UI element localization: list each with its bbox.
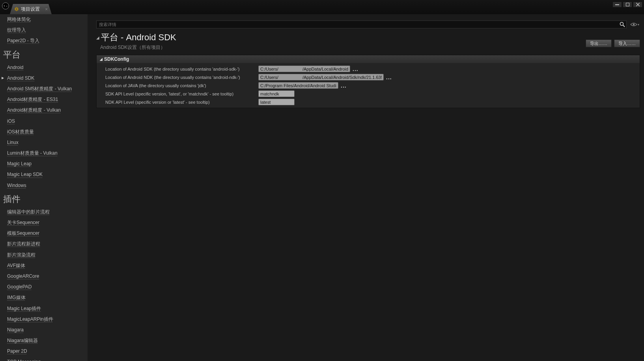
- sidebar-item[interactable]: GoogleARCore: [0, 271, 88, 282]
- sidebar-item[interactable]: Niagara编辑器: [0, 335, 88, 346]
- sidebar-item[interactable]: 编辑器中的影片流程: [0, 207, 88, 217]
- sidebar-item[interactable]: Android SDK: [0, 73, 88, 84]
- tab-project-settings[interactable]: 项目设置 ×: [10, 4, 52, 14]
- property-label: Location of JAVA (the directory usually …: [97, 83, 258, 88]
- sidebar-item[interactable]: GooglePAD: [0, 282, 88, 292]
- sidebar-item[interactable]: iOS材质质量: [0, 127, 88, 137]
- property-label: SDK API Level (specific version, 'latest…: [97, 92, 258, 96]
- window-controls: [612, 2, 642, 7]
- sidebar-item[interactable]: TCP Messaging: [0, 357, 88, 361]
- property-row: Location of Android NDK (the directory u…: [97, 73, 640, 81]
- sdkconfig-panel: ◢ SDKConfig Location of Android SDK (the…: [96, 55, 640, 108]
- sidebar-item[interactable]: Android材质精度 - ES31: [0, 94, 88, 105]
- svg-rect-3: [626, 3, 629, 6]
- svg-point-0: [2, 3, 9, 9]
- panel-title: SDKConfig: [104, 56, 129, 62]
- svg-rect-2: [615, 4, 619, 5]
- tab-label: 项目设置: [21, 6, 40, 13]
- page-subtitle: Android SDK设置（所有项目）: [100, 44, 176, 51]
- export-button[interactable]: 导出……: [586, 39, 612, 47]
- close-icon[interactable]: ×: [45, 7, 48, 11]
- sidebar-item[interactable]: 网格体简化: [0, 14, 88, 25]
- sidebar-item[interactable]: Magic Leap: [0, 159, 88, 169]
- sidebar-item[interactable]: Paper2D - 导入: [0, 36, 88, 46]
- sidebar[interactable]: 网格体简化纹理导入Paper2D - 导入平台AndroidAndroid SD…: [0, 14, 88, 361]
- property-input[interactable]: [258, 82, 338, 89]
- page-title: 平台 - Android SDK: [101, 32, 176, 43]
- sidebar-item[interactable]: Android材质精度 - Vulkan: [0, 105, 88, 116]
- sidebar-item[interactable]: 影片渲染流程: [0, 250, 88, 260]
- sidebar-item[interactable]: MagicLeapARPin插件: [0, 314, 88, 325]
- visibility-toggle[interactable]: ▾: [629, 21, 640, 28]
- sidebar-item[interactable]: Magic Leap插件: [0, 303, 88, 314]
- titlebar: 项目设置 ×: [0, 0, 644, 14]
- property-row: NDK API Level (specific version or 'late…: [97, 98, 640, 106]
- browse-button[interactable]: ...: [386, 74, 392, 80]
- minimize-button[interactable]: [612, 2, 622, 7]
- import-button[interactable]: 导入……: [614, 39, 640, 47]
- property-input[interactable]: [258, 90, 295, 97]
- property-row: Location of JAVA (the directory usually …: [97, 81, 640, 90]
- property-input[interactable]: [258, 74, 384, 80]
- sidebar-item[interactable]: Linux: [0, 137, 88, 148]
- search-icon[interactable]: [620, 22, 625, 28]
- property-label: NDK API Level (specific version or 'late…: [97, 100, 258, 105]
- property-input[interactable]: [258, 99, 295, 105]
- unreal-logo-icon: [2, 2, 9, 10]
- browse-button[interactable]: ...: [353, 66, 358, 72]
- content-area: ▾ ◢ 平台 - Android SDK Android SDK设置（所有项目）…: [88, 14, 644, 361]
- sidebar-item[interactable]: 影片流程新进程: [0, 239, 88, 249]
- sidebar-section-plugins: 插件: [0, 191, 88, 207]
- property-label: Location of Android NDK (the directory u…: [97, 75, 258, 80]
- sidebar-item[interactable]: Windows: [0, 180, 88, 191]
- gear-icon: [14, 6, 19, 12]
- eye-icon: [630, 22, 637, 27]
- sidebar-item[interactable]: Niagara: [0, 325, 88, 335]
- sidebar-item[interactable]: IMG媒体: [0, 292, 88, 303]
- close-button[interactable]: [633, 2, 642, 7]
- search-box: [96, 21, 627, 28]
- sidebar-item[interactable]: 关卡Sequencer: [0, 217, 88, 228]
- svg-point-4: [620, 22, 623, 26]
- sidebar-section-platforms: 平台: [0, 47, 88, 62]
- chevron-down-icon: ◢: [100, 57, 103, 61]
- property-label: Location of Android SDK (the directory u…: [97, 67, 258, 71]
- sidebar-item[interactable]: Android SM5材质精度 - Vulkan: [0, 84, 88, 94]
- sidebar-item[interactable]: 纹理导入: [0, 25, 88, 36]
- search-input[interactable]: [96, 21, 627, 28]
- sidebar-item[interactable]: Magic Leap SDK: [0, 169, 88, 180]
- svg-point-1: [15, 8, 17, 10]
- property-row: Location of Android SDK (the directory u…: [97, 65, 640, 73]
- property-input[interactable]: [258, 65, 350, 72]
- sidebar-item[interactable]: Android: [0, 62, 88, 73]
- browse-button[interactable]: ...: [341, 82, 347, 89]
- sidebar-item[interactable]: Paper 2D: [0, 346, 88, 357]
- sidebar-item[interactable]: 模板Sequencer: [0, 228, 88, 239]
- sidebar-item[interactable]: AVF媒体: [0, 260, 88, 271]
- panel-header[interactable]: ◢ SDKConfig: [97, 55, 640, 63]
- sidebar-item[interactable]: Lumin材质质量 - Vulkan: [0, 148, 88, 159]
- maximize-button[interactable]: [623, 2, 632, 7]
- property-row: SDK API Level (specific version, 'latest…: [97, 90, 640, 98]
- svg-point-5: [633, 24, 635, 26]
- chevron-down-icon[interactable]: ◢: [96, 36, 99, 40]
- sidebar-item[interactable]: iOS: [0, 116, 88, 127]
